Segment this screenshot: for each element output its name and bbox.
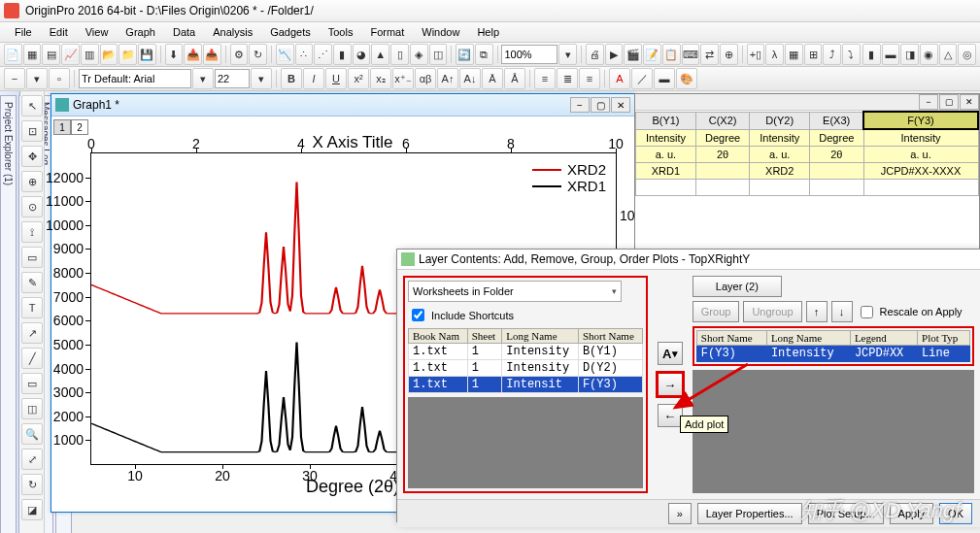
underline-icon[interactable]: U bbox=[325, 68, 347, 89]
overbar-icon[interactable]: Ā bbox=[482, 68, 503, 89]
stack-type-icon[interactable]: ▬ bbox=[882, 44, 900, 65]
layer-tab-1[interactable]: 1 bbox=[53, 119, 71, 135]
merge-icon[interactable]: ⤵ bbox=[842, 44, 861, 65]
expand-button[interactable]: » bbox=[668, 503, 692, 524]
available-list[interactable]: Book Nam Sheet Long Name Short Name 1.tx… bbox=[408, 328, 643, 393]
graph-window-titlebar[interactable]: Graph1 * − ▢ ✕ bbox=[51, 94, 634, 117]
scatter-plot-icon[interactable]: ∴ bbox=[295, 44, 314, 65]
align-center-icon[interactable]: ≣ bbox=[557, 68, 578, 89]
decrease-font-icon[interactable]: A↓ bbox=[459, 68, 481, 89]
fsize-dropdown-icon[interactable]: ▾ bbox=[251, 68, 272, 89]
plot-row-selected[interactable]: F(Y3)IntensityJCPD#XXLine bbox=[696, 346, 969, 362]
layer-properties-button[interactable]: Layer Properties... bbox=[697, 503, 802, 524]
remove-plot-button[interactable]: ← bbox=[658, 404, 683, 427]
worksheets-combo[interactable]: Worksheets in Folder▾ bbox=[408, 281, 622, 302]
pie-plot-icon[interactable]: ◕ bbox=[353, 44, 371, 65]
new-excel-icon[interactable]: ▤ bbox=[42, 44, 60, 65]
font-dropdown-icon[interactable]: ▾ bbox=[192, 68, 214, 89]
menu-analysis[interactable]: Analysis bbox=[204, 24, 261, 40]
new-project-icon[interactable]: 📄 bbox=[4, 44, 22, 65]
font-color-icon[interactable]: A bbox=[609, 68, 630, 89]
greek-icon[interactable]: αβ bbox=[415, 68, 436, 89]
menu-file[interactable]: File bbox=[6, 24, 41, 40]
layer-icon[interactable]: ▫ bbox=[49, 68, 70, 89]
list-row[interactable]: 1.txt1IntensityB(Y1) bbox=[409, 344, 643, 360]
open-icon[interactable]: 📂 bbox=[100, 44, 118, 65]
reader-icon[interactable]: ⊕ bbox=[21, 171, 43, 192]
bold-icon[interactable]: B bbox=[281, 68, 302, 89]
col-header-b[interactable]: B(Y1) bbox=[636, 112, 696, 129]
open-template-icon[interactable]: 📁 bbox=[118, 44, 137, 65]
recalc-icon[interactable]: ↻ bbox=[249, 44, 267, 65]
contour-type-icon[interactable]: ◎ bbox=[958, 44, 976, 65]
line-plot-icon[interactable]: 📉 bbox=[276, 44, 294, 65]
rescale-icon[interactable]: ⤢ bbox=[21, 449, 43, 470]
box-plot-icon[interactable]: ▯ bbox=[390, 44, 409, 65]
col-header-c[interactable]: C(X2) bbox=[695, 112, 749, 129]
include-shortcuts-checkbox[interactable]: Include Shortcuts bbox=[408, 306, 643, 324]
zoom-combo[interactable] bbox=[501, 45, 558, 64]
minus-icon[interactable]: − bbox=[4, 68, 25, 89]
new-matrix-icon[interactable]: ▥ bbox=[81, 44, 99, 65]
add-plot-button[interactable]: → bbox=[656, 371, 685, 398]
move-down-button[interactable]: ↓ bbox=[831, 301, 853, 322]
menu-data[interactable]: Data bbox=[164, 24, 204, 40]
results-icon[interactable]: 📋 bbox=[662, 44, 681, 65]
digitize-icon[interactable]: ⊕ bbox=[720, 44, 738, 65]
wks-close-icon[interactable]: ✕ bbox=[960, 94, 979, 110]
wks-maximize-icon[interactable]: ▢ bbox=[939, 94, 959, 110]
ternary-type-icon[interactable]: △ bbox=[939, 44, 958, 65]
fill-color-icon[interactable]: ▬ bbox=[654, 68, 675, 89]
palette-icon[interactable]: 🎨 bbox=[676, 68, 697, 89]
italic-icon[interactable]: I bbox=[303, 68, 324, 89]
code-builder-icon[interactable]: λ bbox=[765, 44, 784, 65]
batch-icon[interactable]: ⚙ bbox=[230, 44, 249, 65]
layer-plots-list[interactable]: Short Name Long Name Legend Plot Typ F(Y… bbox=[696, 330, 970, 362]
list-row[interactable]: 1.txt1IntensityD(Y2) bbox=[409, 360, 643, 377]
zoomrect-icon[interactable]: ⊡ bbox=[21, 120, 43, 142]
notes-icon[interactable]: 📝 bbox=[643, 44, 661, 65]
increase-font-icon[interactable]: A↑ bbox=[437, 68, 458, 89]
insert-graph-icon[interactable]: ◪ bbox=[21, 499, 43, 520]
arrow-tool-icon[interactable]: ↗ bbox=[21, 322, 43, 344]
plot-type-button[interactable]: A ▾ bbox=[658, 342, 683, 365]
new-graph-icon[interactable]: 📈 bbox=[61, 44, 80, 65]
group-button[interactable]: Group bbox=[693, 301, 740, 322]
layer-mgmt-icon[interactable]: ▦ bbox=[785, 44, 803, 65]
transfer-icon[interactable]: ⇄ bbox=[700, 44, 719, 65]
superscript-icon[interactable]: x² bbox=[348, 68, 369, 89]
ungroup-button[interactable]: Ungroup bbox=[743, 301, 801, 322]
zoom-in-icon[interactable]: 🔍 bbox=[21, 423, 43, 445]
tab-project-explorer[interactable]: Project Explorer (1) bbox=[0, 95, 17, 533]
3d-plot-icon[interactable]: ◈ bbox=[410, 44, 428, 65]
new-workbook-icon[interactable]: ▦ bbox=[23, 44, 42, 65]
column-plot-icon[interactable]: ▮ bbox=[333, 44, 352, 65]
screen-reader-icon[interactable]: ⊙ bbox=[21, 196, 43, 217]
pointer-icon[interactable]: ↖ bbox=[21, 95, 43, 117]
video-icon[interactable]: 🎬 bbox=[624, 44, 642, 65]
add-layer-icon[interactable]: ⊞ bbox=[804, 44, 823, 65]
template-icon[interactable]: ◫ bbox=[429, 44, 448, 65]
dialog-titlebar[interactable]: Layer Contents: Add, Remove, Group, Orde… bbox=[397, 250, 980, 270]
line-symbol-icon[interactable]: ⋰ bbox=[314, 44, 332, 65]
rect-tool-icon[interactable]: ▭ bbox=[21, 373, 43, 394]
import-wizard-icon[interactable]: ⬇ bbox=[165, 44, 184, 65]
align-left-icon[interactable]: ≡ bbox=[534, 68, 556, 89]
print-icon[interactable]: 🖨 bbox=[586, 44, 604, 65]
layer-contents-dialog[interactable]: Layer Contents: Add, Remove, Group, Orde… bbox=[396, 249, 980, 522]
list-row-selected[interactable]: 1.txt1IntensitF(Y3) bbox=[409, 377, 643, 393]
supsub-icon[interactable]: x⁺₋ bbox=[392, 68, 414, 89]
menu-edit[interactable]: Edit bbox=[41, 24, 77, 40]
symbol-map-icon[interactable]: Å bbox=[504, 68, 525, 89]
region-tool-icon[interactable]: ◫ bbox=[21, 398, 43, 419]
draw-data-icon[interactable]: ✎ bbox=[21, 272, 43, 293]
minimize-icon[interactable]: − bbox=[570, 97, 590, 113]
fontsize-combo[interactable] bbox=[215, 69, 250, 88]
col-header-f-selected[interactable]: F(Y3) bbox=[863, 112, 978, 129]
col-header-e[interactable]: E(X3) bbox=[810, 112, 863, 129]
extract-icon[interactable]: ⤴ bbox=[823, 44, 841, 65]
panning-icon[interactable]: ✥ bbox=[21, 146, 43, 167]
menu-gadgets[interactable]: Gadgets bbox=[261, 24, 320, 40]
menu-tools[interactable]: Tools bbox=[320, 24, 362, 40]
add-col-icon[interactable]: +▯ bbox=[747, 44, 765, 65]
